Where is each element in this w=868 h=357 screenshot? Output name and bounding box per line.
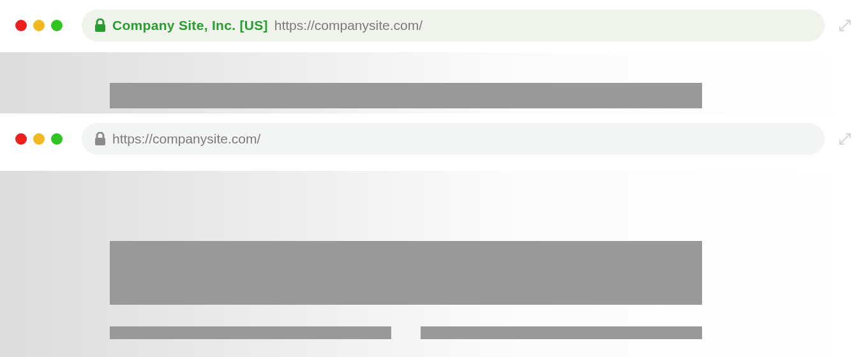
address-bar[interactable]: https://companysite.com/ (82, 123, 825, 155)
window-chrome: Company Site, Inc. [US] https://companys… (0, 0, 868, 51)
address-bar[interactable]: Company Site, Inc. [US] https://companys… (82, 10, 825, 41)
page-content-placeholder (0, 52, 868, 113)
lock-icon (94, 18, 106, 33)
close-window-button[interactable] (15, 20, 27, 31)
content-placeholder-row (110, 326, 702, 339)
maximize-window-button[interactable] (51, 20, 63, 31)
browser-window-ev: Company Site, Inc. [US] https://companys… (0, 0, 868, 52)
window-chrome: https://companysite.com/ (0, 113, 868, 164)
browser-window-standard: https://companysite.com/ (0, 113, 868, 171)
lock-icon (94, 132, 106, 146)
maximize-window-button[interactable] (51, 133, 63, 145)
minimize-window-button[interactable] (33, 20, 45, 31)
content-placeholder-hero (110, 241, 702, 305)
page-content-placeholder (0, 171, 868, 357)
url-text: https://companysite.com/ (112, 131, 260, 147)
expand-icon[interactable] (837, 18, 853, 33)
traffic-lights (15, 20, 63, 31)
content-placeholder-col (421, 326, 702, 339)
close-window-button[interactable] (15, 133, 27, 145)
traffic-lights (15, 133, 63, 145)
ev-certificate-badge: Company Site, Inc. [US] (112, 18, 268, 33)
minimize-window-button[interactable] (33, 133, 45, 145)
url-text: https://companysite.com/ (274, 18, 423, 33)
content-placeholder-col (110, 326, 391, 339)
svg-rect-0 (95, 24, 105, 32)
svg-rect-1 (95, 138, 105, 145)
expand-icon[interactable] (837, 131, 853, 147)
content-placeholder-bar (110, 83, 702, 108)
